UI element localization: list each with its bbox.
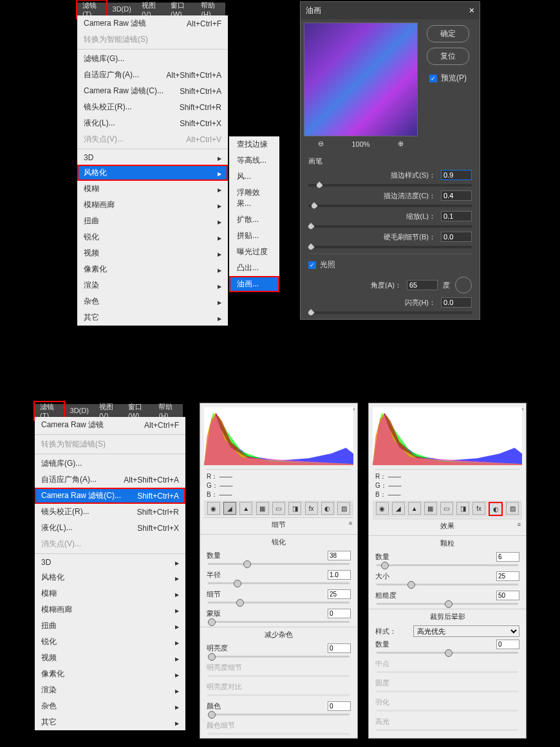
param-slider[interactable] (377, 652, 518, 654)
param-input[interactable] (328, 643, 351, 653)
param-input[interactable] (496, 591, 519, 600)
submenu-item[interactable]: 扩散... (229, 212, 279, 228)
param-slider[interactable] (208, 563, 350, 565)
menu-item[interactable]: 液化(L)...Shift+Ctrl+X (35, 520, 185, 536)
tab-icons-detail[interactable]: ◉◢▲▦▭◨fx◐▨ (204, 501, 353, 516)
shine-input[interactable] (441, 297, 472, 308)
tab-icon[interactable]: ▦ (424, 502, 437, 515)
submenu-item[interactable]: 浮雕效果... (229, 185, 279, 212)
menu-item[interactable]: 杂色▶ (77, 293, 228, 309)
tab-icon[interactable]: ▲ (239, 502, 252, 515)
submenu-item[interactable]: 曝光过度 (229, 244, 279, 260)
param-slider[interactable] (377, 564, 518, 566)
param-input[interactable] (328, 609, 351, 618)
menu-item[interactable]: Camera Raw 滤镜(C)...Shift+Ctrl+A (77, 83, 228, 99)
param-slider[interactable] (208, 602, 350, 604)
param-input[interactable] (441, 211, 472, 221)
panel-menu-icon[interactable]: ≡ (349, 520, 352, 526)
menu-item[interactable]: 像素化▶ (77, 261, 228, 277)
tab-icon[interactable]: ◐ (489, 502, 503, 516)
panel-menu-icon[interactable]: ≡ (518, 521, 521, 528)
param-input[interactable] (328, 701, 351, 711)
tab-icon[interactable]: ▨ (506, 502, 519, 515)
filter-menu-bot[interactable]: Camera Raw 滤镜Alt+Ctrl+F转换为智能滤镜(S)滤镜库(G).… (35, 417, 185, 730)
menu-3d-bot[interactable]: 3D(D) (65, 407, 94, 414)
menu-item[interactable]: 渲染▶ (35, 682, 185, 698)
menu-item[interactable]: 风格化▶ (35, 569, 185, 586)
reset-button[interactable]: 复位 (427, 48, 469, 65)
tab-icon[interactable]: ◢ (223, 502, 236, 515)
top-menubar[interactable]: 滤镜(T) 3D(D) 视图(V) 窗口(W) 帮助(H) (76, 3, 225, 15)
lighting-checkbox[interactable]: ✓ (308, 261, 316, 269)
param-slider[interactable] (377, 584, 518, 586)
param-slider[interactable] (208, 621, 350, 623)
menu-item[interactable]: 其它▶ (77, 309, 228, 326)
style-select[interactable]: 高光优先 (413, 625, 519, 637)
zoom-in-icon[interactable]: ⊕ (398, 140, 404, 148)
menu-3d[interactable]: 3D(D) (107, 5, 136, 13)
close-icon[interactable]: × (469, 5, 474, 16)
preview-checkbox[interactable]: ✓ (429, 75, 437, 82)
menu-item[interactable]: 滤镜库(G)... (35, 456, 185, 472)
menu-item[interactable]: 镜头校正(R)...Shift+Ctrl+R (35, 504, 185, 520)
menu-item[interactable]: 渲染▶ (77, 277, 228, 293)
param-input[interactable] (496, 571, 519, 581)
tab-icon[interactable]: ◨ (456, 502, 469, 515)
bot-menubar[interactable]: 滤镜(T) 3D(D) 视图(V) 窗口(W) 帮助(H) (33, 404, 183, 417)
tab-icon[interactable]: ◨ (288, 502, 301, 515)
submenu-item[interactable]: 凸出... (229, 260, 279, 276)
menu-item[interactable]: Camera Raw 滤镜Alt+Ctrl+F (35, 417, 185, 433)
tab-icon[interactable]: ◉ (376, 502, 389, 515)
submenu-item[interactable]: 查找边缘 (229, 136, 279, 152)
param-input[interactable] (328, 589, 351, 599)
tab-icons-effects[interactable]: ◉◢▲▦▭◨fx◐▨ (373, 501, 522, 517)
submenu-item[interactable]: 风... (229, 169, 279, 185)
param-slider[interactable] (208, 714, 350, 715)
menu-item[interactable]: 消失点(V)...Alt+Ctrl+V (77, 131, 228, 147)
menu-item[interactable]: 锐化▶ (35, 634, 185, 650)
tab-icon[interactable]: ◢ (392, 502, 405, 515)
menu-item[interactable]: 模糊画廊▶ (35, 602, 185, 618)
filter-menu-top[interactable]: Camera Raw 滤镜Alt+Ctrl+F转换为智能滤镜(S)滤镜库(G).… (77, 15, 228, 326)
zoom-out-icon[interactable]: ⊖ (318, 140, 324, 148)
menu-item[interactable]: 扭曲▶ (35, 618, 185, 634)
param-slider[interactable] (208, 582, 350, 584)
menu-item[interactable]: 模糊▶ (77, 181, 228, 197)
param-slider[interactable] (308, 225, 472, 228)
menu-item[interactable]: 自适应广角(A)...Alt+Shift+Ctrl+A (35, 472, 185, 488)
tab-icon[interactable]: ▭ (440, 502, 453, 515)
submenu-item[interactable]: 油画... (229, 276, 279, 292)
submenu-item[interactable]: 等高线... (229, 152, 279, 169)
param-input[interactable] (441, 170, 472, 180)
menu-item[interactable]: 锐化▶ (77, 229, 228, 245)
menu-item[interactable]: 液化(L)...Shift+Ctrl+X (77, 115, 228, 131)
menu-item[interactable]: 模糊画廊▶ (77, 197, 228, 213)
menu-item[interactable]: 自适应广角(A)...Alt+Shift+Ctrl+A (77, 67, 228, 83)
menu-item[interactable]: 视频▶ (35, 650, 185, 666)
param-input[interactable] (496, 552, 519, 562)
tab-icon[interactable]: fx (305, 502, 318, 515)
tab-icon[interactable]: ▲ (408, 502, 421, 515)
param-input[interactable] (441, 232, 472, 242)
shine-slider[interactable] (308, 311, 472, 314)
tab-icon[interactable]: ▨ (337, 502, 350, 515)
menu-item[interactable]: 像素化▶ (35, 666, 185, 682)
menu-item[interactable]: 视频▶ (77, 245, 228, 261)
menu-item[interactable]: 3D▶ (77, 151, 228, 165)
param-input[interactable] (328, 570, 351, 580)
tab-icon[interactable]: ◐ (321, 502, 334, 515)
stylize-submenu[interactable]: 查找边缘等高线...风...浮雕效果...扩散...拼贴...曝光过度凸出...… (229, 136, 279, 292)
angle-input[interactable] (407, 280, 438, 290)
menu-item[interactable]: 模糊▶ (35, 586, 185, 602)
menu-item[interactable]: 其它▶ (35, 714, 185, 730)
menu-item[interactable]: Camera Raw 滤镜(C)...Shift+Ctrl+A (35, 488, 185, 504)
angle-knob[interactable] (455, 277, 472, 293)
param-input[interactable] (441, 190, 472, 201)
menu-item[interactable]: 3D▶ (35, 555, 185, 569)
menu-item[interactable]: 扭曲▶ (77, 213, 228, 229)
param-input[interactable] (328, 551, 351, 560)
param-slider[interactable] (308, 184, 472, 187)
menu-item[interactable]: 镜头校正(R)...Shift+Ctrl+R (77, 99, 228, 115)
param-slider[interactable] (308, 205, 472, 207)
param-slider[interactable] (208, 656, 350, 658)
